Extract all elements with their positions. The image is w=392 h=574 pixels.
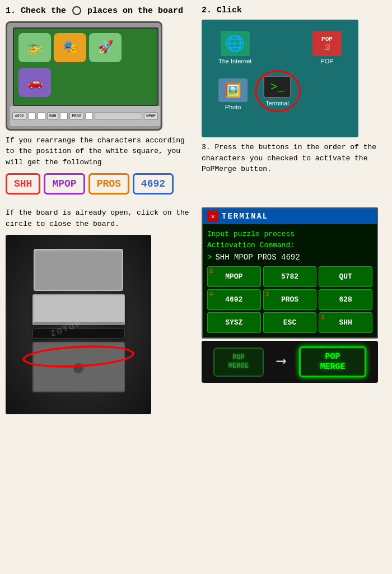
terminal-body: Input puzzle process Actiovation Command… xyxy=(203,224,377,337)
key-shh: SHH xyxy=(47,112,59,120)
white-square-key3 xyxy=(60,112,68,120)
btn-number-shh: 1 xyxy=(321,314,325,321)
right-top-section: 2. Click 🌐 The Internet POP📕 POP 🖼️ Phot… xyxy=(196,0,392,202)
terminal-btn-qut[interactable]: QUT xyxy=(319,266,372,287)
btn-number-pros: 3 xyxy=(265,291,269,298)
arrow-icon: ➞ xyxy=(276,351,287,373)
terminal-title-text: TERMINAL xyxy=(222,212,268,221)
btn-number-4692: 4 xyxy=(209,291,213,298)
terminal-button-grid: 2 MPOP 5782 QUT 4 4692 3 PROS xyxy=(207,266,372,333)
white-square-key2 xyxy=(38,112,45,120)
key-4692: 4692 xyxy=(12,112,26,120)
terminal-title-bar: ✕ TERMINAL xyxy=(203,209,377,224)
app-icon-3d: 🎭 xyxy=(54,33,86,62)
desktop-icon-internet[interactable]: 🌐 The Internet xyxy=(218,31,251,64)
laptop-illustration: 🚁 🎭 🚀 🚗 4692 SHH PROS MPOP xyxy=(6,21,162,131)
token-mpop: MPOP xyxy=(44,173,85,195)
terminal-cmd-text: SHH MPOP PROS 4692 xyxy=(215,253,300,262)
step2-header: 2. Click xyxy=(202,6,386,15)
terminal-section: ✕ TERMINAL Input puzzle process Actiovat… xyxy=(196,202,392,420)
bottom-left: If the board is already open, click on t… xyxy=(0,202,196,420)
desktop-icon-pop[interactable]: POP📕 POP xyxy=(312,31,342,64)
token-pros: PROS xyxy=(88,173,129,195)
board-structure xyxy=(28,243,129,406)
terminal-btn-628[interactable]: 628 xyxy=(319,289,372,310)
pop-merge-right-btn[interactable]: POPMERGE xyxy=(299,346,366,377)
terminal-btn-sysz[interactable]: SYSZ xyxy=(207,312,261,333)
board-black-bar xyxy=(32,328,125,339)
panel-edge xyxy=(34,322,124,325)
terminal-btn-mpop[interactable]: 2 MPOP xyxy=(207,266,261,287)
board-middle-panel xyxy=(32,294,125,325)
terminal-prompt: > xyxy=(207,253,212,262)
terminal-command: > SHH MPOP PROS 4692 xyxy=(207,253,372,262)
left-top-section: 1. Check the places on the board 🚁 🎭 🚀 🚗… xyxy=(0,0,196,202)
app-icon-car: 🚗 xyxy=(18,68,51,97)
key-spacebar xyxy=(95,112,142,120)
step1-header: 1. Check the places on the board xyxy=(6,6,190,17)
terminal-line1: Input puzzle process xyxy=(207,229,372,240)
terminal-btn-4692[interactable]: 4 4692 xyxy=(207,289,261,310)
pop-merge-left-label: POPMERGE xyxy=(228,354,249,370)
step1-description: If you rearrange the characters accordin… xyxy=(6,135,190,168)
terminal-close-button[interactable]: ✕ xyxy=(207,211,218,222)
terminal-btn-pros[interactable]: 3 PROS xyxy=(263,289,317,310)
terminal-btn-shh[interactable]: 1 SHH xyxy=(319,312,372,333)
terminal-btn-esc[interactable]: ESC xyxy=(263,312,317,333)
laptop-screen: 🚁 🎭 🚀 🚗 xyxy=(13,27,158,106)
terminal-icon-box: >_ xyxy=(263,76,291,98)
tokens-row: SHH MPOP PROS 4692 xyxy=(6,173,190,195)
token-4692: 4692 xyxy=(133,173,174,195)
key-pros: PROS xyxy=(69,112,83,120)
app-icon-rocket: 🚀 xyxy=(89,33,122,62)
app-icon-heli: 🚁 xyxy=(18,33,51,62)
desktop-icon-photo[interactable]: 🖼️ Photo xyxy=(218,78,248,110)
action-bar: POPMERGE ➞ POPMERGE xyxy=(202,341,378,383)
terminal-line2: Actiovation Command: xyxy=(207,240,372,251)
pop-merge-right-label: POPMERGE xyxy=(320,352,346,372)
pop-merge-left-btn[interactable]: POPMERGE xyxy=(213,348,264,377)
bottom-left-text: If the board is already open, click on t… xyxy=(6,207,190,229)
step3-text: 3. Press the buttons in the order of the… xyxy=(202,142,386,175)
token-shh: SHH xyxy=(6,173,40,195)
terminal-btn-5782[interactable]: 5782 xyxy=(263,266,317,287)
btn-number-mpop: 2 xyxy=(209,268,213,275)
bottom-section: If the board is already open, click on t… xyxy=(0,202,392,420)
desktop-illustration: 🌐 The Internet POP📕 POP 🖼️ Photo >_ Term… xyxy=(202,20,358,137)
keyboard-area: 4692 SHH PROS MPOP xyxy=(10,106,160,126)
circle-marker xyxy=(72,6,81,15)
board-top-panel xyxy=(34,249,123,291)
white-square-key xyxy=(28,112,36,120)
white-square-key4 xyxy=(85,112,93,120)
board-photo: ZOTUF.COM xyxy=(6,235,151,414)
desktop-icon-terminal[interactable]: >_ Terminal xyxy=(263,76,291,107)
terminal-window: ✕ TERMINAL Input puzzle process Actiovat… xyxy=(202,207,378,339)
key-mpop: MPOP xyxy=(144,112,158,120)
